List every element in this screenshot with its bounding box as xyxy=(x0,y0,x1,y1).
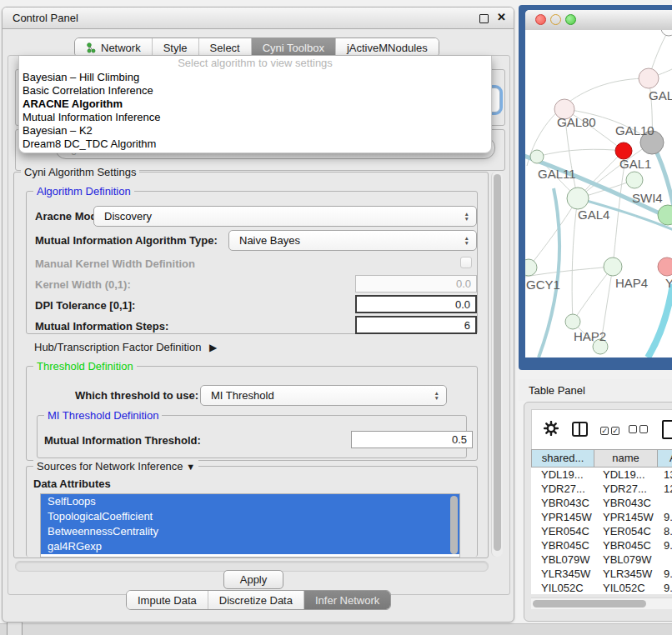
list-item-gal4rgexp[interactable]: gal4RGexp xyxy=(41,539,459,554)
dpi-tolerance-field[interactable]: 0.0 xyxy=(355,295,477,313)
float-window-icon[interactable] xyxy=(479,14,489,23)
algorithm-definition-title: Algorithm Definition xyxy=(33,185,134,198)
kernel-width-field[interactable]: 0.0 xyxy=(355,275,477,292)
mi-steps-field[interactable]: 6 xyxy=(355,316,477,334)
cell-value: 12 xyxy=(658,482,672,496)
tab-impute-data[interactable]: Impute Data xyxy=(127,591,208,609)
show-checked-columns-icon[interactable]: ✓✓ xyxy=(600,423,622,436)
cell-name: YBR045C xyxy=(594,538,658,552)
node-hap2[interactable] xyxy=(565,314,580,329)
dropdown-item-bayesian-k2[interactable]: Bayesian – K2 xyxy=(19,124,491,138)
node-gal1[interactable] xyxy=(626,172,643,188)
cell-name: YER054C xyxy=(594,524,658,538)
table-row[interactable]: YER054CYER054C8. xyxy=(531,524,672,538)
tab-discretize-data[interactable]: Discretize Data xyxy=(208,591,303,609)
network-canvas[interactable]: GAL GAL80 GAL10 GAL1 GAL11 SWI4 GAL4 GCY… xyxy=(525,30,672,358)
which-threshold-combobox[interactable]: MI Threshold ▲▼ xyxy=(200,385,447,406)
cell-name: YBL079W xyxy=(594,552,658,567)
list-scrollbar[interactable] xyxy=(450,496,458,554)
dropdown-item-aracne[interactable]: ARACNE Algorithm xyxy=(19,98,491,111)
settings-gear-icon[interactable] xyxy=(544,421,559,436)
document-icon[interactable] xyxy=(662,420,672,439)
node-gcy1[interactable] xyxy=(525,259,537,276)
node-salmon[interactable] xyxy=(658,258,672,276)
which-threshold-label: Which threshold to use: xyxy=(75,389,198,402)
table-body[interactable]: YDL19...YDL19...13 YDR27...YDR27...12 YB… xyxy=(531,468,672,594)
node-label-gal11: GAL11 xyxy=(538,167,576,181)
minimized-panel-button[interactable] xyxy=(7,622,23,635)
close-icon[interactable]: ✕ xyxy=(497,11,506,23)
kernel-width-label: Kernel Width (0,1): xyxy=(35,278,131,291)
table-row[interactable]: YLR345WYLR345W9. xyxy=(531,567,672,581)
tab-style-label: Style xyxy=(163,42,188,54)
data-attributes-list[interactable]: SelfLoops TopologicalCoefficient Between… xyxy=(40,493,460,558)
expander-down-arrow-icon[interactable]: ▼ xyxy=(186,462,195,472)
table-row[interactable]: YBR045CYBR045C9. xyxy=(531,538,672,552)
tab-infer-network[interactable]: Infer Network xyxy=(303,591,390,609)
close-traffic-light-icon[interactable] xyxy=(535,14,546,25)
cell-value: 13 xyxy=(658,468,672,482)
mi-algorithm-type-combobox[interactable]: Naive Bayes ▲▼ xyxy=(228,230,477,251)
table-row[interactable]: YBR043CYBR043C xyxy=(531,496,672,510)
dropdown-item-dream8[interactable]: Dream8 DC_TDC Algorithm xyxy=(19,138,491,151)
table-panel-window: ✓✓ shared... name A YDL19...YDL19...13 Y… xyxy=(524,402,672,622)
cell-value: 9. xyxy=(658,567,672,581)
list-item-betweennesscentrality[interactable]: BetweennessCentrality xyxy=(41,524,459,539)
tab-select[interactable]: Select xyxy=(198,38,251,57)
table-row[interactable]: YIL052CYIL052C9. xyxy=(531,581,672,594)
dropdown-item-mutual-information[interactable]: Mutual Information Inference xyxy=(19,111,491,124)
zoom-traffic-light-icon[interactable] xyxy=(565,14,576,25)
mi-threshold-field[interactable]: 0.5 xyxy=(351,431,473,448)
table-row[interactable]: YDR27...YDR27...12 xyxy=(531,482,672,496)
node-unlabeled[interactable] xyxy=(661,30,672,36)
threshold-definition-group: Threshold Definition Which threshold to … xyxy=(26,366,478,461)
table-horizontal-scrollbar[interactable] xyxy=(531,598,672,609)
column-header-partial[interactable]: A xyxy=(658,449,672,468)
hide-columns-icon[interactable] xyxy=(629,423,650,436)
tab-jactivemnodules[interactable]: jActiveMNodules xyxy=(335,38,439,57)
cyni-algorithm-settings-group: Cyni Algorithm Settings Algorithm Defini… xyxy=(13,172,489,558)
apply-button[interactable]: Apply xyxy=(223,570,283,589)
cell-shared: YPR145W xyxy=(531,510,594,524)
hub-definition-expander[interactable]: Hub/Transcription Factor Definition ▶ xyxy=(34,341,217,353)
node-label-swi4: SWI4 xyxy=(632,191,663,205)
node-gal4[interactable] xyxy=(567,188,589,209)
which-threshold-value: MI Threshold xyxy=(211,389,274,402)
column-layout-icon[interactable] xyxy=(572,422,588,437)
cell-name: YPR145W xyxy=(594,510,658,524)
table-header-row: shared... name A xyxy=(531,449,672,468)
node-label-hap4: HAP4 xyxy=(615,276,648,290)
cell-shared: YIL052C xyxy=(531,581,594,594)
list-item-topologicalcoefficient[interactable]: TopologicalCoefficient xyxy=(41,509,459,524)
aracne-mode-value: Discovery xyxy=(104,210,152,222)
tab-style[interactable]: Style xyxy=(152,38,198,57)
settings-vertical-scrollbar[interactable] xyxy=(491,172,503,557)
hub-definition-label: Hub/Transcription Factor Definition xyxy=(34,341,201,353)
cell-name: YLR345W xyxy=(594,567,658,581)
dropdown-placeholder: Select algorithm to view settings xyxy=(19,56,491,71)
node-gal11[interactable] xyxy=(530,150,544,163)
aracne-mode-combobox[interactable]: Discovery ▲▼ xyxy=(93,206,477,227)
node-hap4[interactable] xyxy=(604,258,622,276)
node-gal-top[interactable] xyxy=(639,68,659,88)
tab-network[interactable]: Network xyxy=(75,38,152,57)
tab-network-label: Network xyxy=(101,42,141,54)
screen: Control Panel ✕ Network Style Select Cyn… xyxy=(0,0,672,635)
dropdown-item-bayesian-hill-climbing[interactable]: Bayesian – Hill Climbing xyxy=(19,71,491,84)
expander-right-arrow-icon: ▶ xyxy=(209,342,217,353)
tab-cyni-toolbox[interactable]: Cyni Toolbox xyxy=(251,38,335,57)
table-row[interactable]: YPR145WYPR145W9. xyxy=(531,510,672,524)
settings-vertical-scrollbar-thumb[interactable] xyxy=(494,174,501,551)
dropdown-item-basic-correlation[interactable]: Basic Correlation Inference xyxy=(19,84,491,98)
node-swi4[interactable] xyxy=(658,205,672,225)
column-header-name[interactable]: name xyxy=(594,449,658,468)
column-header-shared-name[interactable]: shared... xyxy=(531,449,594,468)
minimize-traffic-light-icon[interactable] xyxy=(550,14,561,25)
table-row[interactable]: YBL079WYBL079W xyxy=(531,552,672,567)
manual-kernel-width-checkbox[interactable] xyxy=(460,257,472,268)
list-item-selfloops[interactable]: SelfLoops xyxy=(41,494,459,509)
table-row[interactable]: YDL19...YDL19...13 xyxy=(531,468,672,482)
cell-name: YDR27... xyxy=(594,482,658,496)
node-label-hap2: HAP2 xyxy=(574,329,606,343)
table-horizontal-scrollbar-thumb[interactable] xyxy=(533,600,646,608)
